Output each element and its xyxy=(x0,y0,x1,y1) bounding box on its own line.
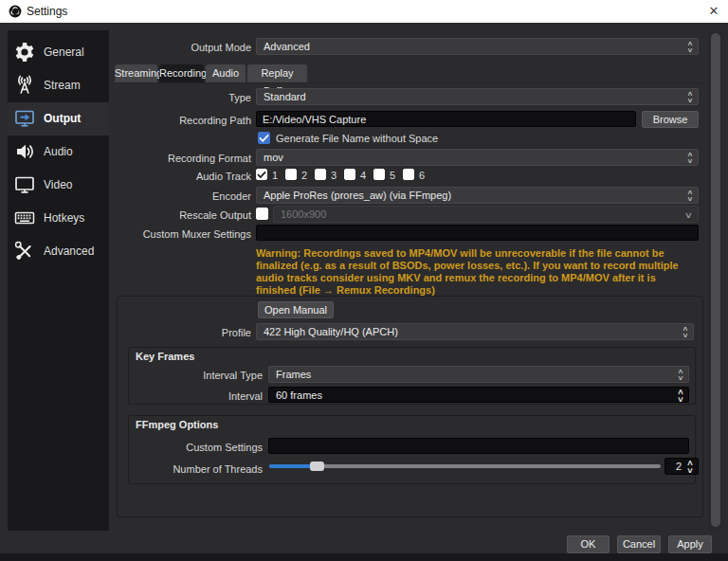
ok-button[interactable]: OK xyxy=(567,535,610,553)
combo-arrows-icon: ∧∨ xyxy=(685,41,695,53)
tab-streaming[interactable]: Streaming xyxy=(115,64,157,82)
audio-track-3-checkbox[interactable] xyxy=(315,169,326,180)
window-title: Settings xyxy=(27,0,67,23)
settings-window: Settings ✕ General Stream xyxy=(0,0,728,561)
titlebar: Settings ✕ xyxy=(0,0,728,23)
combo-arrows-icon: ∧∨ xyxy=(685,190,695,202)
tools-icon xyxy=(13,240,36,262)
output-mode-value: Advanced xyxy=(264,40,310,54)
number-of-threads-label: Number of Threads xyxy=(68,463,263,475)
audio-track-1-checkbox[interactable] xyxy=(256,169,267,180)
audio-track-6-checkbox[interactable] xyxy=(403,169,414,180)
tab-replay-buffer[interactable]: Replay Buffer xyxy=(247,64,307,82)
check-icon xyxy=(259,134,269,143)
custom-settings-label: Custom Settings xyxy=(68,442,263,453)
audio-track-4-label: 4 xyxy=(360,170,366,181)
combo-arrows-icon: ∧∨ xyxy=(681,326,690,338)
audio-track-label: Audio Track xyxy=(57,171,251,182)
window-bottom-edge xyxy=(0,553,728,561)
obs-logo-icon xyxy=(9,5,22,18)
recording-format-value: mov xyxy=(264,151,283,165)
combo-arrows-icon: ∧∨ xyxy=(676,369,685,381)
recording-format-label: Recording Format xyxy=(57,153,251,164)
sidebar-item-advanced[interactable]: Advanced xyxy=(8,235,109,268)
interval-type-label: Interval Type xyxy=(68,370,263,381)
encoder-value: Apple ProRes (prores_aw) (via FFmpeg) xyxy=(264,189,451,203)
spinbox-arrows-icon: ∧∨ xyxy=(685,460,695,474)
custom-muxer-input[interactable] xyxy=(256,225,699,241)
gear-icon xyxy=(13,41,36,63)
audio-track-3-label: 3 xyxy=(331,170,337,181)
interval-type-select[interactable]: Frames ∧∨ xyxy=(268,366,689,383)
interval-type-value: Frames xyxy=(276,368,311,382)
recording-path-input[interactable] xyxy=(256,111,636,127)
keyboard-icon xyxy=(13,207,36,229)
tab-recording[interactable]: Recording xyxy=(159,64,204,82)
tab-audio[interactable]: Audio xyxy=(206,64,246,82)
profile-label: Profile xyxy=(57,327,251,338)
rescale-output-label: Rescale Output xyxy=(57,209,251,221)
ffmpeg-options-title: FFmpeg Options xyxy=(136,419,218,430)
type-value: Standard xyxy=(264,90,306,104)
tab-label: Audio xyxy=(212,67,239,79)
sidebar: General Stream Output xyxy=(8,30,109,531)
slider-track[interactable] xyxy=(269,464,661,468)
type-label: Type xyxy=(57,92,251,103)
custom-settings-input[interactable] xyxy=(268,438,689,454)
rescale-resolution-value: 1600x900 xyxy=(281,208,326,222)
broadcast-icon xyxy=(13,74,36,97)
spinbox-arrows-icon: ∧∨ xyxy=(676,389,685,403)
audio-track-6-label: 6 xyxy=(419,170,425,181)
encoder-select[interactable]: Apple ProRes (prores_aw) (via FFmpeg) ∧∨ xyxy=(256,187,699,204)
rescale-resolution-select: 1600x900 ∨ xyxy=(273,206,699,223)
output-mode-label: Output Mode xyxy=(57,42,251,53)
threads-slider[interactable] xyxy=(269,461,661,472)
profile-select[interactable]: 422 High Quality/HQ (APCH) ∧∨ xyxy=(256,323,694,340)
custom-muxer-label: Custom Muxer Settings xyxy=(57,228,251,240)
interval-label: Interval xyxy=(68,390,263,402)
sidebar-item-label: Advanced xyxy=(44,235,94,268)
output-mode-select[interactable]: Advanced ∧∨ xyxy=(256,38,699,55)
recording-format-select[interactable]: mov ∧∨ xyxy=(256,149,699,166)
combo-arrows-icon: ∧∨ xyxy=(685,152,695,164)
chevron-down-icon: ∨ xyxy=(684,208,693,222)
generate-filename-label: Generate File Name without Space xyxy=(276,133,438,144)
tab-label: Recording xyxy=(159,67,207,79)
audio-track-5-label: 5 xyxy=(390,170,395,181)
open-manual-button[interactable]: Open Manual xyxy=(258,301,334,318)
threads-value: 2 xyxy=(676,460,682,473)
mp4-warning-text: Warning: Recordings saved to MP4/MOV wil… xyxy=(256,247,681,297)
browse-button[interactable]: Browse xyxy=(642,111,699,128)
threads-spinbox[interactable]: 2 ∧∨ xyxy=(664,458,699,475)
profile-value: 422 High Quality/HQ (APCH) xyxy=(264,325,398,339)
apply-button[interactable]: Apply xyxy=(668,535,712,553)
speaker-icon xyxy=(13,140,36,163)
close-button[interactable]: ✕ xyxy=(701,1,726,21)
slider-handle[interactable] xyxy=(310,461,324,471)
interval-value: 60 frames xyxy=(276,389,322,402)
scrollbar-handle[interactable] xyxy=(711,33,720,527)
display-icon xyxy=(13,173,36,196)
interval-spinbox[interactable]: 60 frames ∧∨ xyxy=(268,387,689,403)
tab-pane-border xyxy=(115,82,703,83)
rescale-output-checkbox[interactable] xyxy=(256,208,268,220)
recording-path-label: Recording Path xyxy=(57,115,251,126)
tab-label: Streaming xyxy=(115,67,162,79)
audio-track-2-checkbox[interactable] xyxy=(285,169,297,180)
audio-track-4-checkbox[interactable] xyxy=(344,169,355,180)
type-select[interactable]: Standard ∧∨ xyxy=(256,88,699,105)
audio-track-2-label: 2 xyxy=(301,170,307,181)
encoder-label: Encoder xyxy=(57,190,251,202)
monitor-arrow-icon xyxy=(13,107,36,130)
generate-filename-checkbox[interactable] xyxy=(258,132,270,144)
combo-arrows-icon: ∧∨ xyxy=(685,91,695,103)
close-icon: ✕ xyxy=(709,4,719,18)
key-frames-title: Key Frames xyxy=(136,351,194,362)
audio-track-1-label: 1 xyxy=(272,170,278,181)
cancel-button[interactable]: Cancel xyxy=(617,535,661,553)
audio-track-5-checkbox[interactable] xyxy=(373,169,385,180)
check-icon xyxy=(257,171,266,179)
